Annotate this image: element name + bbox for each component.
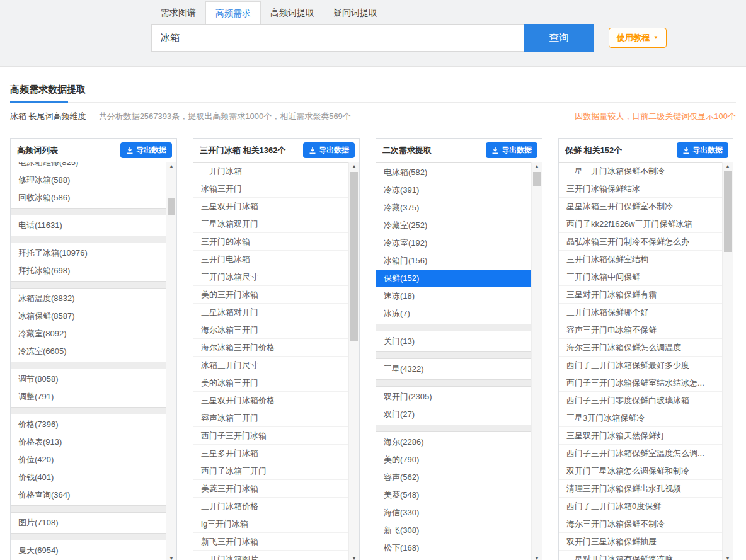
tab-question-words[interactable]: 疑问词提取 — [324, 1, 387, 24]
scrollbar[interactable]: ▲ ▼ — [166, 162, 176, 560]
tab-high-frequency-words[interactable]: 高频词提取 — [261, 1, 324, 24]
list-item[interactable]: 清理三开门冰箱保鲜出水孔视频 — [559, 480, 722, 498]
scroll-down-icon[interactable]: ▼ — [349, 554, 359, 560]
list-item[interactable]: 冰箱温度(8832) — [11, 290, 166, 307]
query-button[interactable]: 查询 — [524, 24, 594, 52]
list-item[interactable]: lg三开门冰箱 — [193, 515, 348, 533]
export-data-button[interactable]: 导出数据 — [120, 142, 172, 158]
list-item[interactable]: 西门子三开门冰箱0度保鲜 — [559, 498, 722, 515]
list-item[interactable]: 三开门冰箱价格 — [193, 498, 348, 515]
list-item[interactable]: 双开门三星冰箱怎么调保鲜和制冷 — [559, 462, 722, 480]
list-item[interactable]: 三开门的冰箱 — [193, 233, 348, 251]
list-item[interactable]: 三洋(134) — [376, 557, 531, 560]
list-item[interactable]: 三开门电冰箱 — [193, 251, 348, 268]
list-item[interactable]: 三星双开门冰箱价格 — [193, 392, 348, 409]
list-item[interactable]: 三星双开门冰箱 — [193, 198, 348, 215]
export-data-button[interactable]: 导出数据 — [303, 142, 355, 158]
list-item[interactable]: 海尔冰箱三开门价格 — [193, 339, 348, 357]
list-item[interactable]: 三开门冰箱尺寸 — [193, 268, 348, 286]
list-item[interactable]: 三星对开门冰箱有保鲜速冻嘛 — [559, 551, 722, 560]
list-item[interactable]: 海尔(2286) — [376, 433, 531, 451]
list-item[interactable]: 冷藏室(252) — [376, 217, 531, 234]
list-item[interactable]: 拜托了冰箱(10976) — [11, 244, 166, 262]
list-item[interactable]: 晶弘冰箱三开门制冷不保鲜怎么办 — [559, 233, 722, 251]
list-item[interactable]: 双开门三星冰箱保鲜抽屉 — [559, 533, 722, 551]
list-item[interactable]: 关门(13) — [376, 333, 531, 350]
list-item[interactable]: 三开门冰箱 — [193, 163, 348, 180]
list-item[interactable]: 海尔冰箱三开门 — [193, 321, 348, 339]
scroll-up-icon[interactable]: ▲ — [532, 162, 542, 171]
list-item[interactable]: 三开门冰箱保鲜结冰 — [559, 180, 722, 198]
scrollbar[interactable]: ▲ ▼ — [722, 162, 733, 560]
list-item[interactable]: 冰箱三开门尺寸 — [193, 357, 348, 374]
list-item[interactable]: 海信(330) — [376, 504, 531, 522]
list-item[interactable]: 松下(168) — [376, 539, 531, 557]
list-item[interactable]: 三星冰箱对开门 — [193, 304, 348, 321]
list-item[interactable]: 星星冰箱三开门保鲜室不制冷 — [559, 198, 722, 215]
list-item[interactable]: 美菱三开门冰箱 — [193, 480, 348, 498]
list-item[interactable]: 电冰箱维修(825) — [11, 162, 166, 171]
tab-high-frequency-demand[interactable]: 高频需求 — [205, 1, 261, 24]
list-item[interactable]: 电话(11631) — [11, 217, 166, 234]
list-item[interactable]: 三星3开门冰箱保鲜冷 — [559, 409, 722, 427]
scrollbar[interactable]: ▲ ▼ — [531, 162, 542, 560]
list-item[interactable]: 冰箱门(156) — [376, 252, 531, 270]
scroll-down-icon[interactable]: ▼ — [532, 554, 542, 560]
scrollbar-thumb[interactable] — [168, 198, 175, 215]
list-item[interactable]: 冷藏(375) — [376, 199, 531, 217]
keyword-list[interactable]: 电冰箱(582)冷冻(391)冷藏(375)冷藏室(252)冷冻室(192)冰箱… — [376, 162, 531, 560]
list-item-selected[interactable]: 保鲜(152) — [376, 270, 531, 287]
list-item[interactable]: 回收冰箱(586) — [11, 189, 166, 207]
list-item[interactable]: 美的(790) — [376, 451, 531, 469]
list-item[interactable]: 电冰箱(582) — [376, 164, 531, 181]
list-item[interactable]: 西门子三开门冰箱保鲜最好多少度 — [559, 357, 722, 374]
list-item[interactable]: 三星多开门冰箱 — [193, 445, 348, 462]
scrollbar-thumb[interactable] — [533, 172, 541, 186]
list-item[interactable]: 容声(562) — [376, 469, 531, 486]
list-item[interactable]: 三开门冰箱保鲜哪个好 — [559, 304, 722, 321]
list-item[interactable]: 冷冻室(6605) — [11, 343, 166, 360]
list-item[interactable]: 双开门(2305) — [376, 388, 531, 406]
list-item[interactable]: 三开门冰箱保鲜室结构 — [559, 251, 722, 268]
list-item[interactable]: 三星对开门冰箱保鲜有霜 — [559, 286, 722, 304]
list-item[interactable]: 三星冰箱双开门 — [193, 215, 348, 233]
list-item[interactable]: 价格表(913) — [11, 433, 166, 451]
list-item[interactable]: 夏天(6954) — [11, 542, 166, 559]
export-data-button[interactable]: 导出数据 — [677, 142, 728, 158]
list-item[interactable]: 美菱(548) — [376, 486, 531, 504]
list-item[interactable]: 三开门冰箱中间保鲜 — [559, 268, 722, 286]
list-item[interactable]: 容声冰箱三开门 — [193, 409, 348, 427]
keyword-list[interactable]: 三开门冰箱冰箱三开门三星双开门冰箱三星冰箱双开门三开门的冰箱三开门电冰箱三开门冰… — [193, 162, 348, 560]
list-item[interactable]: 价位(420) — [11, 451, 166, 469]
list-item[interactable]: 三星三开门冰箱保鲜不制冷 — [559, 163, 722, 180]
list-item[interactable]: 速冻(18) — [376, 287, 531, 305]
list-item[interactable]: 冰冻(7) — [376, 305, 531, 323]
scroll-up-icon[interactable]: ▲ — [723, 162, 733, 171]
list-item[interactable]: 双门(27) — [376, 406, 531, 423]
list-item[interactable]: 三星(4322) — [376, 360, 531, 378]
list-item[interactable]: 冰箱保鲜(8587) — [11, 307, 166, 325]
list-item[interactable]: 美的三开门冰箱 — [193, 286, 348, 304]
list-item[interactable]: 图片(7108) — [11, 514, 166, 532]
list-item[interactable]: 西门子kk22f1626w三开门保鲜冰箱 — [559, 215, 722, 233]
list-item[interactable]: 海尔三开门冰箱保鲜怎么调温度 — [559, 339, 722, 357]
list-item[interactable]: 价钱(401) — [11, 469, 166, 486]
list-item[interactable]: 西门子三开门冰箱保鲜室结水结冰怎... — [559, 374, 722, 392]
keyword-list[interactable]: 电冰箱维修(825)修理冰箱(588)回收冰箱(586)电话(11631)拜托了… — [11, 162, 166, 560]
list-item[interactable]: 冰箱三开门 — [193, 180, 348, 198]
list-item[interactable]: 冷藏室(8092) — [11, 325, 166, 343]
scrollbar[interactable]: ▲ ▼ — [348, 162, 359, 560]
list-item[interactable]: 三星双开门冰箱天然保鲜灯 — [559, 427, 722, 445]
scroll-down-icon[interactable]: ▼ — [723, 554, 733, 560]
search-input[interactable] — [151, 24, 524, 52]
scrollbar-thumb[interactable] — [724, 171, 732, 252]
tutorial-button[interactable]: 使用教程 ▼ — [609, 28, 667, 48]
list-item[interactable]: 新飞(308) — [376, 522, 531, 539]
list-item[interactable]: 西门子冰箱三开门 — [193, 462, 348, 480]
list-item[interactable]: 三开门冰箱图片 — [193, 551, 348, 560]
list-item[interactable]: 价格(7396) — [11, 416, 166, 433]
list-item[interactable]: 价格查询(364) — [11, 486, 166, 504]
list-item[interactable]: 西门子三开门冰箱保鲜室温度怎么调... — [559, 445, 722, 462]
list-item[interactable]: 拜托冰箱(698) — [11, 262, 166, 280]
scrollbar-thumb[interactable] — [350, 172, 358, 341]
